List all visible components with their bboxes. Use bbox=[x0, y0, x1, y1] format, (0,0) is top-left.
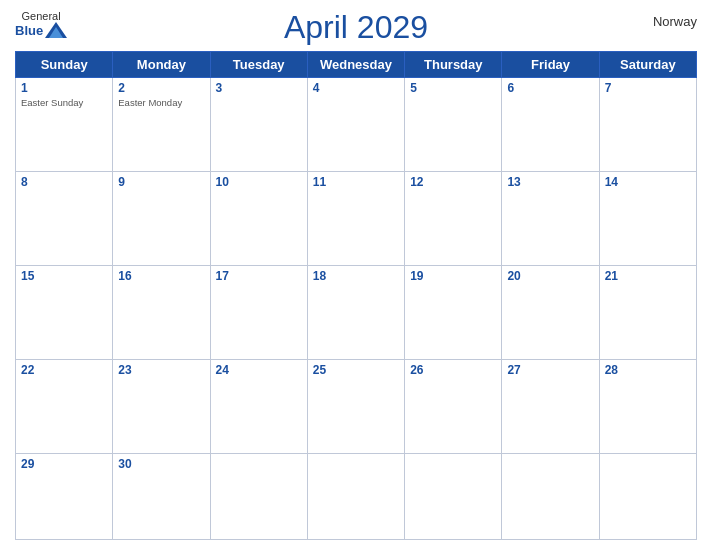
header: General Blue April 2029 Norway bbox=[15, 10, 697, 45]
table-row: 4 bbox=[307, 78, 404, 172]
day-number: 18 bbox=[313, 269, 399, 283]
day-number: 24 bbox=[216, 363, 302, 377]
day-number: 23 bbox=[118, 363, 204, 377]
day-number: 20 bbox=[507, 269, 593, 283]
day-number: 4 bbox=[313, 81, 399, 95]
day-number: 26 bbox=[410, 363, 496, 377]
day-number: 27 bbox=[507, 363, 593, 377]
table-row: 1Easter Sunday bbox=[16, 78, 113, 172]
table-row bbox=[210, 453, 307, 539]
holiday-label: Easter Sunday bbox=[21, 97, 107, 108]
header-tuesday: Tuesday bbox=[210, 52, 307, 78]
table-row: 12 bbox=[405, 172, 502, 266]
day-number: 12 bbox=[410, 175, 496, 189]
logo-icon bbox=[45, 22, 67, 38]
logo-general: General bbox=[22, 10, 61, 22]
header-monday: Monday bbox=[113, 52, 210, 78]
table-row: 5 bbox=[405, 78, 502, 172]
day-number: 10 bbox=[216, 175, 302, 189]
day-number: 5 bbox=[410, 81, 496, 95]
table-row: 9 bbox=[113, 172, 210, 266]
table-row: 29 bbox=[16, 453, 113, 539]
table-row: 21 bbox=[599, 265, 696, 359]
weekday-header-row: Sunday Monday Tuesday Wednesday Thursday… bbox=[16, 52, 697, 78]
day-number: 1 bbox=[21, 81, 107, 95]
day-number: 15 bbox=[21, 269, 107, 283]
table-row: 22 bbox=[16, 359, 113, 453]
calendar-title: April 2029 bbox=[284, 10, 428, 45]
calendar-week-row: 15161718192021 bbox=[16, 265, 697, 359]
day-number: 9 bbox=[118, 175, 204, 189]
calendar-week-row: 1Easter Sunday2Easter Monday34567 bbox=[16, 78, 697, 172]
table-row: 10 bbox=[210, 172, 307, 266]
table-row: 28 bbox=[599, 359, 696, 453]
day-number: 16 bbox=[118, 269, 204, 283]
day-number: 14 bbox=[605, 175, 691, 189]
title-block: April 2029 bbox=[284, 10, 428, 45]
table-row bbox=[599, 453, 696, 539]
table-row: 18 bbox=[307, 265, 404, 359]
calendar-table: Sunday Monday Tuesday Wednesday Thursday… bbox=[15, 51, 697, 540]
table-row: 17 bbox=[210, 265, 307, 359]
table-row: 15 bbox=[16, 265, 113, 359]
header-saturday: Saturday bbox=[599, 52, 696, 78]
table-row: 8 bbox=[16, 172, 113, 266]
table-row: 13 bbox=[502, 172, 599, 266]
header-wednesday: Wednesday bbox=[307, 52, 404, 78]
day-number: 6 bbox=[507, 81, 593, 95]
table-row: 7 bbox=[599, 78, 696, 172]
logo-blue: Blue bbox=[15, 23, 43, 38]
table-row: 27 bbox=[502, 359, 599, 453]
table-row: 20 bbox=[502, 265, 599, 359]
table-row: 26 bbox=[405, 359, 502, 453]
day-number: 7 bbox=[605, 81, 691, 95]
table-row: 25 bbox=[307, 359, 404, 453]
day-number: 11 bbox=[313, 175, 399, 189]
table-row: 19 bbox=[405, 265, 502, 359]
table-row: 6 bbox=[502, 78, 599, 172]
table-row: 11 bbox=[307, 172, 404, 266]
table-row: 3 bbox=[210, 78, 307, 172]
day-number: 29 bbox=[21, 457, 107, 471]
header-thursday: Thursday bbox=[405, 52, 502, 78]
day-number: 13 bbox=[507, 175, 593, 189]
day-number: 19 bbox=[410, 269, 496, 283]
calendar-page: General Blue April 2029 Norway Sunday Mo… bbox=[0, 0, 712, 550]
holiday-label: Easter Monday bbox=[118, 97, 204, 108]
table-row bbox=[502, 453, 599, 539]
table-row: 30 bbox=[113, 453, 210, 539]
header-sunday: Sunday bbox=[16, 52, 113, 78]
day-number: 21 bbox=[605, 269, 691, 283]
day-number: 28 bbox=[605, 363, 691, 377]
logo: General Blue bbox=[15, 10, 67, 38]
table-row: 23 bbox=[113, 359, 210, 453]
calendar-week-row: 2930 bbox=[16, 453, 697, 539]
calendar-week-row: 22232425262728 bbox=[16, 359, 697, 453]
day-number: 3 bbox=[216, 81, 302, 95]
day-number: 8 bbox=[21, 175, 107, 189]
country-label: Norway bbox=[653, 14, 697, 29]
day-number: 2 bbox=[118, 81, 204, 95]
calendar-week-row: 891011121314 bbox=[16, 172, 697, 266]
day-number: 25 bbox=[313, 363, 399, 377]
header-friday: Friday bbox=[502, 52, 599, 78]
table-row bbox=[307, 453, 404, 539]
table-row: 16 bbox=[113, 265, 210, 359]
table-row: 24 bbox=[210, 359, 307, 453]
table-row: 2Easter Monday bbox=[113, 78, 210, 172]
table-row: 14 bbox=[599, 172, 696, 266]
table-row bbox=[405, 453, 502, 539]
day-number: 22 bbox=[21, 363, 107, 377]
day-number: 17 bbox=[216, 269, 302, 283]
day-number: 30 bbox=[118, 457, 204, 471]
